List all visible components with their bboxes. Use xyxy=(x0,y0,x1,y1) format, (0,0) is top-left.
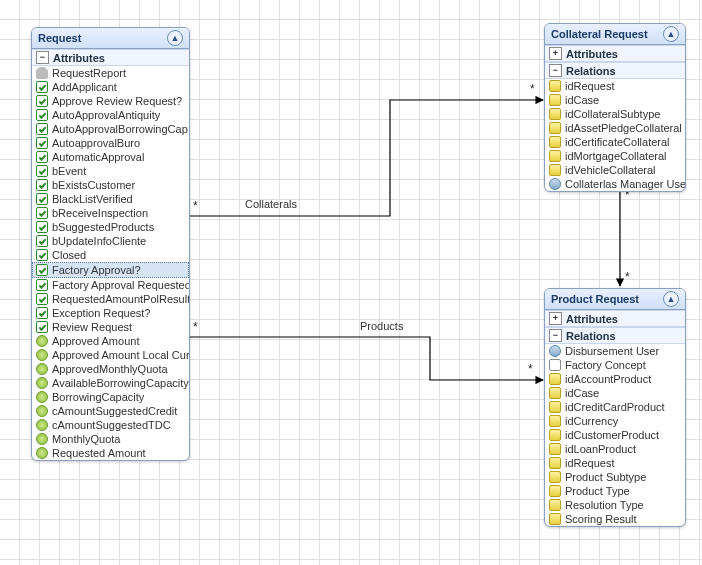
list-item[interactable]: RequestReport xyxy=(32,66,189,80)
list-item[interactable]: AddApplicant xyxy=(32,80,189,94)
list-item[interactable]: MonthlyQuota xyxy=(32,432,189,446)
item-label: idCurrency xyxy=(565,414,618,428)
list-item[interactable]: Approve Review Request? xyxy=(32,94,189,108)
item-label: AutomaticApproval xyxy=(52,150,144,164)
item-label: idAssetPledgeCollateral xyxy=(565,121,682,135)
list-item[interactable]: Requested Amount xyxy=(32,446,189,460)
list-item[interactable]: bExistsCustomer xyxy=(32,178,189,192)
rel-icon xyxy=(549,415,561,427)
section-relations[interactable]: − Relations xyxy=(545,62,685,79)
entity-request[interactable]: Request ▲ − Attributes RequestReportAddA… xyxy=(31,27,190,461)
list-item[interactable]: idVehicleCollateral xyxy=(545,163,685,177)
chk-icon xyxy=(36,179,48,191)
item-label: idMortgageCollateral xyxy=(565,149,667,163)
list-item[interactable]: Approved Amount xyxy=(32,334,189,348)
chk-icon xyxy=(36,123,48,135)
list-item[interactable]: Approved Amount Local Curren xyxy=(32,348,189,362)
list-item[interactable]: RequestedAmountPolResult xyxy=(32,292,189,306)
entity-header[interactable]: Collateral Request ▲ xyxy=(545,24,685,45)
list-item[interactable]: cAmountSuggestedTDC xyxy=(32,418,189,432)
section-attributes[interactable]: + Attributes xyxy=(545,45,685,62)
list-item[interactable]: BorrowingCapacity xyxy=(32,390,189,404)
expand-toggle[interactable]: + xyxy=(549,312,562,325)
diagram-canvas[interactable]: { "entities": { "request": { "title": "R… xyxy=(0,0,702,565)
list-item[interactable]: idRequest xyxy=(545,456,685,470)
collapse-toggle[interactable]: − xyxy=(36,51,49,64)
list-item[interactable]: bSuggestedProducts xyxy=(32,220,189,234)
list-item[interactable]: Scoring Result xyxy=(545,512,685,526)
item-label: bExistsCustomer xyxy=(52,178,135,192)
list-item[interactable]: ApprovedMonthlyQuota xyxy=(32,362,189,376)
item-label: cAmountSuggestedCredit xyxy=(52,404,177,418)
list-item[interactable]: AutoApprovalAntiquity xyxy=(32,108,189,122)
list-item[interactable]: Factory Approval Requested? xyxy=(32,278,189,292)
list-item[interactable]: cAmountSuggestedCredit xyxy=(32,404,189,418)
expand-toggle[interactable]: + xyxy=(549,47,562,60)
usr-icon xyxy=(549,178,561,190)
list-item[interactable]: bUpdateInfoCliente xyxy=(32,234,189,248)
list-item[interactable]: Factory Concept xyxy=(545,358,685,372)
list-item[interactable]: bEvent xyxy=(32,164,189,178)
list-item[interactable]: Review Request xyxy=(32,320,189,334)
list-item[interactable]: idCase xyxy=(545,93,685,107)
list-item[interactable]: Factory Approval? xyxy=(32,262,189,278)
item-label: cAmountSuggestedTDC xyxy=(52,418,171,432)
chk-icon xyxy=(36,249,48,261)
item-label: Resolution Type xyxy=(565,498,644,512)
list-item[interactable]: idCreditCardProduct xyxy=(545,400,685,414)
section-attributes[interactable]: − Attributes xyxy=(32,49,189,66)
collapse-toggle[interactable]: − xyxy=(549,64,562,77)
list-item[interactable]: Resolution Type xyxy=(545,498,685,512)
list-item[interactable]: Product Subtype xyxy=(545,470,685,484)
list-item[interactable]: Collaterlas Manager User xyxy=(545,177,685,191)
item-label: Scoring Result xyxy=(565,512,637,526)
collapse-icon[interactable]: ▲ xyxy=(663,291,679,307)
section-attributes[interactable]: + Attributes xyxy=(545,310,685,327)
list-item[interactable]: BlackListVerified xyxy=(32,192,189,206)
list-item[interactable]: idAccountProduct xyxy=(545,372,685,386)
list-item[interactable]: Exception Request? xyxy=(32,306,189,320)
chk-icon xyxy=(36,193,48,205)
item-label: Collaterlas Manager User xyxy=(565,177,685,191)
entity-header[interactable]: Product Request ▲ xyxy=(545,289,685,310)
entity-header[interactable]: Request ▲ xyxy=(32,28,189,49)
list-item[interactable]: Product Type xyxy=(545,484,685,498)
item-label: Product Subtype xyxy=(565,470,646,484)
item-label: idRequest xyxy=(565,79,615,93)
section-label: Relations xyxy=(566,330,616,342)
collapse-icon[interactable]: ▲ xyxy=(167,30,183,46)
list-item[interactable]: AutoapprovalBuro xyxy=(32,136,189,150)
section-relations[interactable]: − Relations xyxy=(545,327,685,344)
section-label: Relations xyxy=(566,65,616,77)
item-label: RequestReport xyxy=(52,66,126,80)
usr-icon xyxy=(549,345,561,357)
list-item[interactable]: bReceiveInspection xyxy=(32,206,189,220)
list-item[interactable]: idLoanProduct xyxy=(545,442,685,456)
list-item[interactable]: idCase xyxy=(545,386,685,400)
item-label: Approved Amount Local Curren xyxy=(52,348,189,362)
rel-icon xyxy=(549,457,561,469)
list-item[interactable]: AutomaticApproval xyxy=(32,150,189,164)
entity-product-request[interactable]: Product Request ▲ + Attributes − Relatio… xyxy=(544,288,686,527)
list-item[interactable]: idCertificateCollateral xyxy=(545,135,685,149)
list-item[interactable]: idAssetPledgeCollateral xyxy=(545,121,685,135)
list-item[interactable]: idMortgageCollateral xyxy=(545,149,685,163)
list-item[interactable]: idCustomerProduct xyxy=(545,428,685,442)
list-item[interactable]: Disbursement User xyxy=(545,344,685,358)
chk-icon xyxy=(36,151,48,163)
list-item[interactable]: idCurrency xyxy=(545,414,685,428)
list-item[interactable]: AvailableBorrowingCapacity xyxy=(32,376,189,390)
list-item[interactable]: idCollateralSubtype xyxy=(545,107,685,121)
rel-icon xyxy=(549,401,561,413)
item-label: AutoApprovalAntiquity xyxy=(52,108,160,122)
entity-collateral-request[interactable]: Collateral Request ▲ + Attributes − Rela… xyxy=(544,23,686,192)
entity-title: Request xyxy=(38,32,167,44)
list-item[interactable]: idRequest xyxy=(545,79,685,93)
list-item[interactable]: Closed xyxy=(32,248,189,262)
rel-icon xyxy=(549,136,561,148)
collapse-icon[interactable]: ▲ xyxy=(663,26,679,42)
list-item[interactable]: AutoApprovalBorrowingCap xyxy=(32,122,189,136)
collapse-toggle[interactable]: − xyxy=(549,329,562,342)
item-label: bUpdateInfoCliente xyxy=(52,234,146,248)
item-label: ApprovedMonthlyQuota xyxy=(52,362,168,376)
